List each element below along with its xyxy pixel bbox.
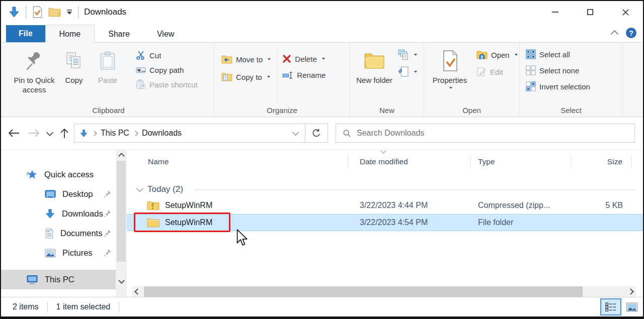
copy-to-button[interactable]: Copy to	[221, 72, 271, 82]
thumbnail-view-button[interactable]	[623, 299, 641, 314]
address-bar[interactable]: This PC Downloads	[74, 124, 328, 143]
sidebar-scrollbar[interactable]	[116, 150, 127, 297]
move-to-button[interactable]: Move to	[221, 54, 271, 64]
breadcrumb-this-pc[interactable]: This PC	[101, 129, 129, 138]
sidebar-item-documents[interactable]: Documents	[1, 224, 116, 243]
breadcrumb-chevron-icon[interactable]	[133, 131, 138, 136]
tab-file[interactable]: File	[6, 25, 45, 42]
scrollbar-thumb[interactable]	[144, 286, 583, 297]
pin-icon	[103, 190, 111, 198]
cut-button[interactable]: Cut	[136, 50, 198, 60]
scroll-left-icon[interactable]	[132, 286, 143, 297]
address-dropdown-icon[interactable]	[292, 129, 299, 136]
pin-to-quick-access-button[interactable]: Pin to Quick access	[10, 43, 58, 117]
copy-to-dropdown-icon	[267, 76, 270, 78]
new-folder-qat-button[interactable]	[48, 7, 61, 18]
tab-share[interactable]: Share	[95, 26, 143, 42]
pin-icon	[103, 249, 111, 257]
minimize-button[interactable]	[537, 1, 573, 23]
maximize-button[interactable]	[573, 1, 608, 23]
open-dropdown-icon	[515, 54, 518, 56]
edit-button[interactable]: Edit	[476, 67, 518, 77]
group-inner-divider	[277, 49, 277, 102]
this-pc-label: This PC	[45, 275, 74, 284]
select-none-button[interactable]: Select none	[526, 65, 590, 75]
file-type-cell: Compressed (zipp...	[471, 201, 572, 210]
cut-label: Cut	[149, 51, 161, 60]
properties-qat-button[interactable]	[32, 6, 43, 18]
paste-button[interactable]: Paste	[90, 43, 126, 117]
file-row-zip[interactable]: SetupWinRM 3/22/2023 4:44 PM Compressed …	[127, 197, 643, 214]
group-collapse-icon[interactable]	[136, 184, 143, 191]
copy-button[interactable]: Copy	[58, 43, 90, 117]
sidebar-item-pictures[interactable]: Pictures	[1, 243, 116, 263]
scroll-up-icon[interactable]	[116, 150, 127, 160]
copy-path-icon	[136, 65, 146, 75]
scrollbar-thumb[interactable]	[117, 161, 126, 262]
properties-button[interactable]: Properties	[428, 43, 471, 117]
date-modified-header-label: Date modified	[360, 157, 408, 166]
ribbon-group-clipboard: Pin to Quick access Copy	[3, 43, 214, 117]
select-all-button[interactable]: Select all	[526, 49, 590, 59]
properties-icon	[440, 47, 460, 74]
open-label: Open	[491, 51, 510, 59]
breadcrumb-downloads[interactable]: Downloads	[142, 129, 182, 138]
sidebar-item-downloads[interactable]: Downloads	[1, 204, 116, 224]
pin-to-quick-access-label: Pin to Quick access	[10, 75, 58, 94]
scroll-right-icon[interactable]	[625, 286, 636, 297]
qat-customize-dropdown[interactable]	[66, 10, 72, 15]
forward-button[interactable]	[28, 129, 40, 138]
pushpin-icon	[25, 47, 44, 74]
delete-button[interactable]: Delete	[282, 54, 326, 63]
ribbon: Pin to Quick access Copy	[1, 43, 643, 117]
details-view-button[interactable]	[600, 298, 621, 315]
toolbar-separator	[78, 7, 78, 18]
sidebar-item-desktop[interactable]: Desktop	[1, 184, 116, 204]
column-header-size[interactable]: Size	[572, 154, 632, 169]
select-buttons: Select all Select none	[526, 43, 590, 117]
file-row-folder-selected[interactable]: SetupWinRM 3/22/2023 4:54 PM File folder	[127, 214, 643, 231]
clipboard-small-buttons: Cut Copy path	[136, 43, 198, 117]
mouse-cursor	[235, 229, 248, 247]
minimize-ribbon-icon[interactable]	[611, 30, 619, 38]
easy-access-dropdown-icon	[414, 71, 417, 73]
paste-shortcut-button[interactable]: Paste shortcut	[136, 79, 198, 89]
up-button[interactable]	[60, 128, 69, 139]
new-folder-button[interactable]: New folder	[355, 43, 393, 117]
column-header-name[interactable]: Name	[127, 154, 348, 169]
sidebar-spacer	[1, 263, 116, 270]
scissors-icon	[136, 50, 146, 60]
recent-locations-dropdown-icon[interactable]	[46, 129, 53, 136]
group-divider-line	[194, 189, 636, 190]
sidebar-item-quick-access[interactable]: Quick access	[1, 165, 116, 184]
column-header-date-modified[interactable]: Date modified	[348, 154, 471, 169]
back-button[interactable]	[8, 129, 20, 138]
refresh-button[interactable]	[305, 124, 328, 142]
sidebar-item-this-pc[interactable]: This PC	[1, 270, 116, 289]
column-header-type[interactable]: Type	[471, 154, 572, 169]
tab-view[interactable]: View	[143, 26, 188, 42]
horizontal-scrollbar[interactable]	[132, 286, 636, 297]
easy-access-button[interactable]	[397, 66, 417, 77]
copy-path-button[interactable]: Copy path	[136, 65, 198, 75]
breadcrumb-chevron-icon[interactable]	[92, 131, 97, 136]
file-list: Name Date modified Type Size Today (2)	[127, 150, 643, 297]
help-icon[interactable]: ?	[626, 28, 636, 38]
open-button[interactable]: Open	[476, 50, 518, 60]
status-divider	[47, 302, 48, 312]
group-label: Today (2)	[147, 184, 183, 194]
invert-selection-button[interactable]: Invert selection	[526, 81, 590, 91]
paste-icon	[99, 47, 117, 74]
close-button[interactable]	[608, 1, 643, 23]
title-bar: Downloads	[1, 1, 643, 23]
copy-icon	[65, 47, 83, 74]
tab-home[interactable]: Home	[45, 25, 95, 43]
search-input[interactable]: Search Downloads	[336, 124, 635, 143]
scroll-down-icon[interactable]	[116, 276, 127, 286]
group-header-today[interactable]: Today (2)	[127, 182, 643, 197]
edit-label: Edit	[490, 68, 503, 76]
new-item-button[interactable]	[397, 49, 417, 60]
scrollbar-track[interactable]	[143, 286, 625, 297]
rename-button[interactable]: Rename	[282, 71, 326, 79]
new-folder-label: New folder	[356, 75, 392, 85]
